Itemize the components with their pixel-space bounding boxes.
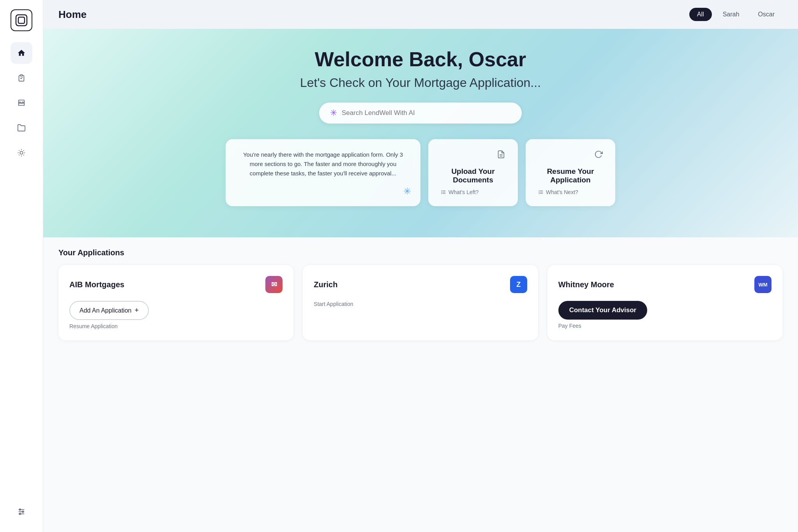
- aib-action-text: Resume Application: [69, 323, 282, 329]
- resume-title: Resume Your Application: [538, 167, 603, 184]
- main-content: Home All Sarah Oscar Welcome Back, Oscar…: [43, 0, 798, 532]
- svg-point-8: [22, 511, 24, 513]
- sidebar-item-folder[interactable]: [11, 117, 32, 139]
- add-application-label: Add An Application: [79, 307, 131, 314]
- svg-rect-2: [20, 75, 23, 76]
- resume-link-text: What's Next?: [546, 189, 578, 195]
- aib-name: AIB Mortgages: [69, 280, 124, 289]
- sidebar-nav: [0, 42, 43, 164]
- aib-header: AIB Mortgages ✉: [69, 276, 282, 293]
- contact-advisor-button[interactable]: Contact Your Advisor: [558, 301, 648, 320]
- whitney-action-text: Pay Fees: [558, 323, 772, 329]
- content-area: Your Applications AIB Mortgages ✉ Add An…: [43, 237, 798, 532]
- search-bar[interactable]: ✳: [319, 103, 522, 124]
- app-card-aib: AIB Mortgages ✉ Add An Application + Res…: [58, 265, 293, 340]
- document-icon: [441, 150, 505, 161]
- app-card-whitney: Whitney Moore WM Contact Your Advisor Pa…: [547, 265, 782, 340]
- sidebar-item-inbox[interactable]: [11, 92, 32, 114]
- progress-card[interactable]: You're nearly there with the mortgage ap…: [226, 139, 420, 206]
- whitney-name: Whitney Moore: [558, 280, 614, 289]
- sidebar-item-support[interactable]: [11, 142, 32, 164]
- add-application-button[interactable]: Add An Application +: [69, 301, 149, 320]
- progress-text: You're nearly there with the mortgage ap…: [238, 150, 408, 178]
- app-card-zurich: Zurich Z Start Application: [303, 265, 538, 340]
- app-logo[interactable]: [11, 9, 32, 31]
- header: Home All Sarah Oscar: [43, 0, 798, 29]
- contact-advisor-label: Contact Your Advisor: [569, 306, 637, 314]
- zurich-name: Zurich: [314, 280, 337, 289]
- svg-point-3: [20, 151, 23, 154]
- resume-card[interactable]: Resume Your Application What's Next?: [526, 139, 615, 206]
- svg-rect-0: [16, 15, 27, 26]
- sidebar-item-settings[interactable]: [11, 501, 32, 523]
- svg-point-9: [19, 513, 21, 515]
- applications-grid: AIB Mortgages ✉ Add An Application + Res…: [58, 265, 782, 340]
- svg-rect-1: [18, 17, 25, 23]
- action-cards: You're nearly there with the mortgage ap…: [58, 139, 782, 222]
- upload-link-text: What's Left?: [448, 189, 478, 195]
- upload-title: Upload Your Documents: [441, 167, 505, 184]
- aib-logo: ✉: [265, 276, 282, 293]
- applications-title: Your Applications: [58, 248, 782, 257]
- search-input[interactable]: [342, 109, 511, 117]
- welcome-title: Welcome Back, Oscar: [58, 48, 782, 71]
- filter-all[interactable]: All: [689, 8, 712, 21]
- zurich-header: Zurich Z: [314, 276, 527, 293]
- hero-subtitle: Let's Check on Your Mortgage Application…: [58, 76, 782, 90]
- sidebar-bottom: [11, 501, 32, 523]
- whitney-logo: WM: [754, 276, 772, 293]
- zurich-action-text: Start Application: [314, 301, 527, 307]
- filter-oscar[interactable]: Oscar: [750, 8, 782, 21]
- filter-sarah[interactable]: Sarah: [715, 8, 747, 21]
- refresh-icon: [538, 150, 603, 161]
- hero-section: Welcome Back, Oscar Let's Check on Your …: [43, 29, 798, 237]
- sidebar-item-home[interactable]: [11, 42, 32, 64]
- resume-link[interactable]: What's Next?: [538, 189, 603, 195]
- ai-search-icon: ✳: [330, 108, 337, 118]
- whitney-header: Whitney Moore WM: [558, 276, 772, 293]
- upload-card[interactable]: Upload Your Documents What's Left?: [428, 139, 518, 206]
- sidebar: [0, 0, 43, 532]
- plus-icon: +: [134, 306, 139, 315]
- zurich-logo: Z: [510, 276, 527, 293]
- page-title: Home: [58, 9, 87, 21]
- loading-spinner: ✳: [403, 186, 411, 197]
- header-filters: All Sarah Oscar: [689, 8, 782, 21]
- upload-link[interactable]: What's Left?: [441, 189, 505, 195]
- svg-point-7: [19, 509, 21, 511]
- sidebar-item-tasks[interactable]: [11, 67, 32, 89]
